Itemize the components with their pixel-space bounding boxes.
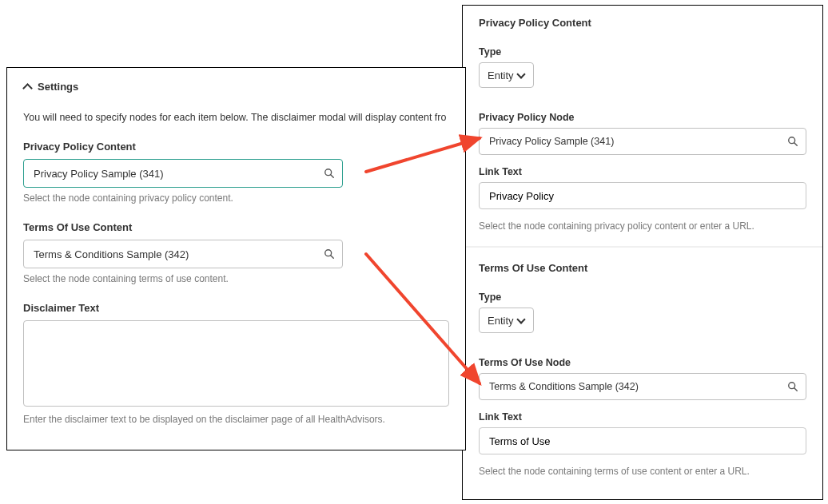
terms-node-label: Terms Of Use Node [479, 357, 806, 368]
privacy-link-input[interactable] [479, 182, 806, 209]
terms-node-input[interactable] [479, 373, 806, 400]
terms-helper: Select the node containing terms of use … [23, 273, 449, 284]
type-label: Type [479, 46, 806, 58]
intro-text: You will need to specify nodes for each … [23, 112, 449, 123]
chevron-down-icon [517, 71, 525, 79]
chevron-up-icon [23, 83, 31, 91]
left-panel: Settings You will need to specify nodes … [6, 67, 466, 450]
terms-helper-right: Select the node containing terms of use … [479, 466, 806, 477]
type-select-terms[interactable]: Entity [479, 308, 534, 333]
type-select-privacy[interactable]: Entity [479, 62, 534, 88]
terms-label: Terms Of Use Content [23, 221, 449, 233]
terms-link-input[interactable] [479, 427, 806, 454]
section-title-privacy: Privacy Policy Content [479, 17, 806, 29]
settings-header[interactable]: Settings [23, 81, 449, 93]
privacy-content-input[interactable] [23, 159, 343, 188]
disclaimer-textarea[interactable] [23, 320, 449, 407]
privacy-node-label: Privacy Policy Node [479, 112, 806, 123]
link-text-label-terms: Link Text [479, 411, 806, 423]
privacy-label: Privacy Policy Content [23, 141, 449, 153]
section-divider [463, 246, 822, 248]
settings-title: Settings [38, 81, 78, 93]
link-text-label: Link Text [479, 166, 806, 177]
privacy-helper: Select the node containing privacy polic… [23, 192, 449, 204]
disclaimer-helper: Enter the disclaimer text to be displaye… [23, 414, 449, 425]
type-value-terms: Entity [488, 315, 514, 327]
type-value: Entity [488, 69, 514, 81]
type-label-terms: Type [479, 292, 806, 303]
privacy-node-input[interactable] [479, 128, 806, 155]
section-title-terms: Terms Of Use Content [479, 262, 806, 274]
privacy-helper-right: Select the node containing privacy polic… [479, 220, 806, 232]
terms-content-input[interactable] [23, 240, 343, 268]
disclaimer-label: Disclaimer Text [23, 302, 449, 314]
chevron-down-icon [517, 316, 525, 324]
right-panel: Privacy Policy Content Type Entity Priva… [462, 5, 823, 500]
